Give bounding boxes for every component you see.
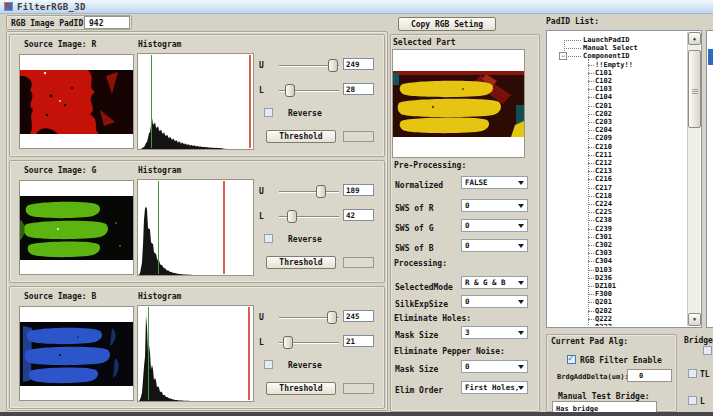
- tree-item-c101[interactable]: C101: [548, 69, 686, 77]
- sws-g-select[interactable]: 0: [461, 219, 528, 232]
- tree-item-c239[interactable]: C239: [548, 225, 686, 233]
- tree-item-q223[interactable]: Q223: [548, 323, 686, 326]
- sws-r-select[interactable]: 0: [461, 199, 528, 212]
- l-slider-thumb[interactable]: [283, 336, 293, 349]
- tree-item-dz101[interactable]: DZ101: [548, 282, 686, 290]
- selected-mode-select[interactable]: R & G & B: [461, 276, 528, 289]
- scroll-down-icon[interactable]: ▼: [688, 313, 701, 326]
- u-slider-thumb[interactable]: [316, 185, 326, 198]
- sws-b-select[interactable]: 0: [461, 239, 528, 252]
- tree-item-c238[interactable]: C238: [548, 216, 686, 224]
- l-checkbox[interactable]: [688, 396, 697, 405]
- tl-checkbox[interactable]: [688, 369, 697, 378]
- collapse-icon[interactable]: −: [559, 52, 567, 60]
- tree-item-c212[interactable]: C212: [548, 159, 686, 167]
- u-slider-thumb[interactable]: [327, 311, 337, 324]
- tree-item-componentid[interactable]: −ComponentID: [548, 52, 686, 60]
- tree-item-d236[interactable]: D236: [548, 274, 686, 282]
- histogram-r: [137, 53, 254, 150]
- scrollbar-grip: [692, 89, 698, 94]
- dropdown-arrow-icon: [518, 300, 524, 304]
- tree-item-c225[interactable]: C225: [548, 208, 686, 216]
- l-slider-thumb[interactable]: [287, 210, 297, 223]
- tree-item-c201[interactable]: C201: [548, 102, 686, 110]
- tree-item-c218[interactable]: C218: [548, 192, 686, 200]
- elim-order-row: Elim Order First Holes,: [391, 381, 539, 394]
- histogram-r-lower-line: [151, 55, 152, 148]
- normalized-select[interactable]: FALSE: [461, 176, 528, 189]
- tree-item-empty[interactable]: !!Empty!!: [548, 61, 686, 69]
- source-image-r: [20, 70, 133, 134]
- tree-scrollbar-thumb[interactable]: [688, 50, 701, 128]
- bridge-checkbox-partial[interactable]: [703, 346, 712, 355]
- tree-item-c103[interactable]: C103: [548, 85, 686, 93]
- tree-item-launchpadid[interactable]: LaunchPadID: [548, 36, 686, 44]
- selected-part-label: Selected Part: [393, 38, 456, 47]
- u-value-input[interactable]: 189: [343, 184, 374, 196]
- histogram-r-upper-line: [249, 55, 251, 148]
- pad-id-label: RGB Image PadID:: [11, 19, 88, 28]
- tree-item-c302[interactable]: C302: [548, 241, 686, 249]
- rgb-filter-checkbox[interactable]: ✓: [567, 355, 576, 364]
- tree-item-c213[interactable]: C213: [548, 167, 686, 175]
- threshold-button[interactable]: Threshold: [266, 130, 336, 143]
- tree-item-q222[interactable]: Q222: [548, 315, 686, 323]
- sws-b-label: SWS of B: [395, 244, 434, 253]
- brdg-add-delta-input[interactable]: 0: [627, 369, 672, 382]
- brdg-add-delta-label: BrdgAddDelta(um):: [557, 373, 629, 381]
- processing-title: Processing:: [394, 259, 447, 268]
- mask-size-select[interactable]: 3: [461, 326, 528, 339]
- tree-scrollbar[interactable]: ▲ ▼: [687, 32, 700, 326]
- u-slider-track[interactable]: [279, 191, 339, 193]
- histogram-r-label: Histogram: [138, 40, 181, 49]
- copy-rgb-setting-button[interactable]: Copy RGB Seting: [398, 17, 496, 31]
- mask-size2-select[interactable]: 0: [461, 360, 528, 373]
- threshold-button[interactable]: Threshold: [266, 382, 336, 395]
- tree-item-c303[interactable]: C303: [548, 249, 686, 257]
- tree-item-c216[interactable]: C216: [548, 175, 686, 183]
- tree-item-manualselect[interactable]: Manual Select: [548, 44, 686, 52]
- l-value-input[interactable]: 28: [343, 83, 374, 95]
- right-edge-list[interactable]: [706, 30, 713, 328]
- reverse-checkbox[interactable]: [264, 234, 273, 243]
- tree-item-c224[interactable]: C224: [548, 200, 686, 208]
- tree-item-f300[interactable]: F300: [548, 290, 686, 298]
- tree-item-c217[interactable]: C217: [548, 184, 686, 192]
- silk-exp-select[interactable]: 0: [461, 295, 528, 308]
- u-slider-thumb[interactable]: [328, 59, 338, 72]
- u-value-input[interactable]: 245: [343, 310, 374, 322]
- sws-r-label: SWS of R: [395, 204, 434, 213]
- u-label: U: [259, 313, 264, 322]
- threshold-result-box: [343, 383, 374, 394]
- u-value-input[interactable]: 249: [343, 58, 374, 70]
- tree-item-c202[interactable]: C202: [548, 110, 686, 118]
- elim-order-select[interactable]: First Holes,: [461, 381, 528, 394]
- tree-item-c102[interactable]: C102: [548, 77, 686, 85]
- tree-item-q202[interactable]: Q202: [548, 307, 686, 315]
- l-slider-thumb[interactable]: [285, 84, 295, 97]
- padid-tree-content: LaunchPadIDManual Select−ComponentID!!Em…: [548, 32, 686, 326]
- l-value-input[interactable]: 21: [343, 335, 374, 347]
- threshold-button[interactable]: Threshold: [266, 256, 336, 269]
- title-bar: FilterRGB_3D: [0, 0, 713, 14]
- filter-rgb-3d-window: FilterRGB_3D RGB Image PadID: 942 Copy R…: [0, 0, 713, 416]
- tree-item-c210[interactable]: C210: [548, 143, 686, 151]
- reverse-checkbox[interactable]: [264, 108, 273, 117]
- reverse-checkbox[interactable]: [264, 360, 273, 369]
- tree-item-c204[interactable]: C204: [548, 126, 686, 134]
- reverse-label: Reverse: [288, 361, 322, 370]
- window-bottom-edge: [0, 412, 713, 416]
- bridge-panel-title: Bridge: [684, 336, 713, 345]
- tree-item-c203[interactable]: C203: [548, 118, 686, 126]
- scroll-up-icon[interactable]: ▲: [688, 32, 701, 45]
- tree-item-c301[interactable]: C301: [548, 233, 686, 241]
- tree-item-d103[interactable]: D103: [548, 266, 686, 274]
- dropdown-arrow-icon: [518, 331, 524, 335]
- tree-item-c104[interactable]: C104: [548, 93, 686, 101]
- tree-item-c211[interactable]: C211: [548, 151, 686, 159]
- dropdown-arrow-icon: [518, 224, 524, 228]
- tree-item-c304[interactable]: C304: [548, 257, 686, 265]
- l-value-input[interactable]: 42: [343, 209, 374, 221]
- tree-item-c209[interactable]: C209: [548, 134, 686, 142]
- tree-item-q201[interactable]: Q201: [548, 298, 686, 306]
